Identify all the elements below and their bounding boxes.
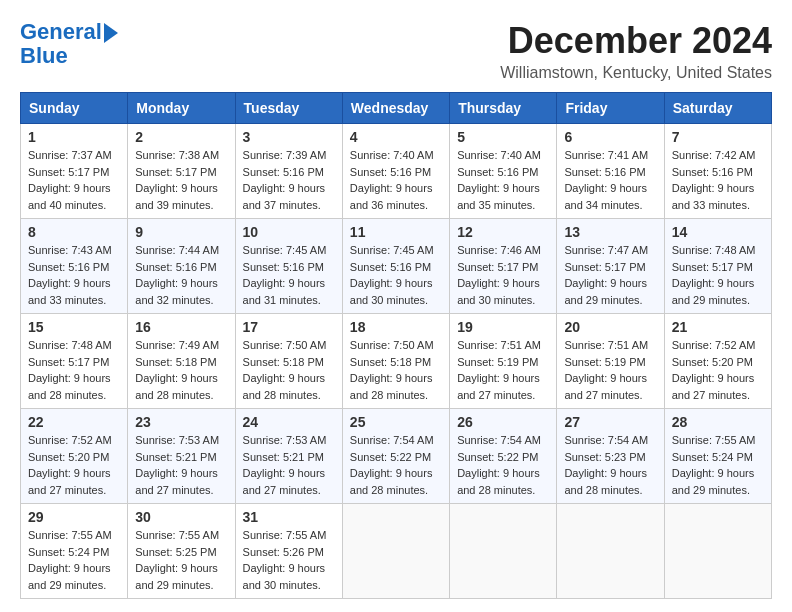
day-info: Sunrise: 7:48 AMSunset: 5:17 PMDaylight:…: [28, 337, 120, 403]
day-number: 2: [135, 129, 227, 145]
day-info: Sunrise: 7:54 AMSunset: 5:22 PMDaylight:…: [457, 432, 549, 498]
day-number: 19: [457, 319, 549, 335]
calendar-cell: 21Sunrise: 7:52 AMSunset: 5:20 PMDayligh…: [664, 314, 771, 409]
day-number: 3: [243, 129, 335, 145]
calendar-cell: 13Sunrise: 7:47 AMSunset: 5:17 PMDayligh…: [557, 219, 664, 314]
day-number: 9: [135, 224, 227, 240]
day-number: 12: [457, 224, 549, 240]
day-number: 7: [672, 129, 764, 145]
day-number: 13: [564, 224, 656, 240]
calendar-week-4: 22Sunrise: 7:52 AMSunset: 5:20 PMDayligh…: [21, 409, 772, 504]
day-number: 10: [243, 224, 335, 240]
day-info: Sunrise: 7:55 AMSunset: 5:26 PMDaylight:…: [243, 527, 335, 593]
header-sunday: Sunday: [21, 93, 128, 124]
calendar-cell: 12Sunrise: 7:46 AMSunset: 5:17 PMDayligh…: [450, 219, 557, 314]
day-number: 16: [135, 319, 227, 335]
day-number: 29: [28, 509, 120, 525]
day-info: Sunrise: 7:45 AMSunset: 5:16 PMDaylight:…: [350, 242, 442, 308]
calendar-table: SundayMondayTuesdayWednesdayThursdayFrid…: [20, 92, 772, 599]
calendar-body: 1Sunrise: 7:37 AMSunset: 5:17 PMDaylight…: [21, 124, 772, 599]
day-info: Sunrise: 7:49 AMSunset: 5:18 PMDaylight:…: [135, 337, 227, 403]
calendar-cell: [342, 504, 449, 599]
day-number: 18: [350, 319, 442, 335]
calendar-cell: 16Sunrise: 7:49 AMSunset: 5:18 PMDayligh…: [128, 314, 235, 409]
day-info: Sunrise: 7:43 AMSunset: 5:16 PMDaylight:…: [28, 242, 120, 308]
calendar-cell: 30Sunrise: 7:55 AMSunset: 5:25 PMDayligh…: [128, 504, 235, 599]
day-number: 14: [672, 224, 764, 240]
day-info: Sunrise: 7:38 AMSunset: 5:17 PMDaylight:…: [135, 147, 227, 213]
day-number: 26: [457, 414, 549, 430]
calendar-cell: 11Sunrise: 7:45 AMSunset: 5:16 PMDayligh…: [342, 219, 449, 314]
logo-arrow-icon: [104, 23, 118, 43]
day-info: Sunrise: 7:40 AMSunset: 5:16 PMDaylight:…: [457, 147, 549, 213]
day-info: Sunrise: 7:50 AMSunset: 5:18 PMDaylight:…: [350, 337, 442, 403]
day-number: 27: [564, 414, 656, 430]
calendar-cell: 14Sunrise: 7:48 AMSunset: 5:17 PMDayligh…: [664, 219, 771, 314]
logo-blue: Blue: [20, 43, 68, 68]
day-info: Sunrise: 7:42 AMSunset: 5:16 PMDaylight:…: [672, 147, 764, 213]
day-number: 21: [672, 319, 764, 335]
day-info: Sunrise: 7:51 AMSunset: 5:19 PMDaylight:…: [457, 337, 549, 403]
location-title: Williamstown, Kentucky, United States: [500, 64, 772, 82]
calendar-cell: 29Sunrise: 7:55 AMSunset: 5:24 PMDayligh…: [21, 504, 128, 599]
day-info: Sunrise: 7:41 AMSunset: 5:16 PMDaylight:…: [564, 147, 656, 213]
day-number: 23: [135, 414, 227, 430]
day-number: 6: [564, 129, 656, 145]
day-info: Sunrise: 7:52 AMSunset: 5:20 PMDaylight:…: [672, 337, 764, 403]
day-number: 1: [28, 129, 120, 145]
day-info: Sunrise: 7:39 AMSunset: 5:16 PMDaylight:…: [243, 147, 335, 213]
header-saturday: Saturday: [664, 93, 771, 124]
calendar-cell: 3Sunrise: 7:39 AMSunset: 5:16 PMDaylight…: [235, 124, 342, 219]
calendar-cell: 20Sunrise: 7:51 AMSunset: 5:19 PMDayligh…: [557, 314, 664, 409]
calendar-cell: 9Sunrise: 7:44 AMSunset: 5:16 PMDaylight…: [128, 219, 235, 314]
calendar-cell: 18Sunrise: 7:50 AMSunset: 5:18 PMDayligh…: [342, 314, 449, 409]
day-info: Sunrise: 7:55 AMSunset: 5:25 PMDaylight:…: [135, 527, 227, 593]
calendar-cell: 10Sunrise: 7:45 AMSunset: 5:16 PMDayligh…: [235, 219, 342, 314]
day-number: 4: [350, 129, 442, 145]
day-info: Sunrise: 7:40 AMSunset: 5:16 PMDaylight:…: [350, 147, 442, 213]
day-info: Sunrise: 7:37 AMSunset: 5:17 PMDaylight:…: [28, 147, 120, 213]
calendar-week-3: 15Sunrise: 7:48 AMSunset: 5:17 PMDayligh…: [21, 314, 772, 409]
calendar-cell: 27Sunrise: 7:54 AMSunset: 5:23 PMDayligh…: [557, 409, 664, 504]
calendar-cell: [557, 504, 664, 599]
day-number: 5: [457, 129, 549, 145]
calendar-cell: 5Sunrise: 7:40 AMSunset: 5:16 PMDaylight…: [450, 124, 557, 219]
calendar-week-2: 8Sunrise: 7:43 AMSunset: 5:16 PMDaylight…: [21, 219, 772, 314]
day-number: 28: [672, 414, 764, 430]
calendar-cell: 22Sunrise: 7:52 AMSunset: 5:20 PMDayligh…: [21, 409, 128, 504]
page-header: General Blue December 2024 Williamstown,…: [20, 20, 772, 82]
header-monday: Monday: [128, 93, 235, 124]
header-friday: Friday: [557, 93, 664, 124]
day-number: 17: [243, 319, 335, 335]
calendar-cell: 25Sunrise: 7:54 AMSunset: 5:22 PMDayligh…: [342, 409, 449, 504]
day-info: Sunrise: 7:53 AMSunset: 5:21 PMDaylight:…: [243, 432, 335, 498]
day-number: 25: [350, 414, 442, 430]
day-number: 11: [350, 224, 442, 240]
day-info: Sunrise: 7:45 AMSunset: 5:16 PMDaylight:…: [243, 242, 335, 308]
calendar-header-row: SundayMondayTuesdayWednesdayThursdayFrid…: [21, 93, 772, 124]
calendar-cell: 31Sunrise: 7:55 AMSunset: 5:26 PMDayligh…: [235, 504, 342, 599]
day-info: Sunrise: 7:53 AMSunset: 5:21 PMDaylight:…: [135, 432, 227, 498]
day-number: 22: [28, 414, 120, 430]
day-info: Sunrise: 7:55 AMSunset: 5:24 PMDaylight:…: [28, 527, 120, 593]
calendar-cell: 24Sunrise: 7:53 AMSunset: 5:21 PMDayligh…: [235, 409, 342, 504]
day-number: 30: [135, 509, 227, 525]
day-number: 8: [28, 224, 120, 240]
calendar-cell: 19Sunrise: 7:51 AMSunset: 5:19 PMDayligh…: [450, 314, 557, 409]
header-thursday: Thursday: [450, 93, 557, 124]
calendar-cell: 17Sunrise: 7:50 AMSunset: 5:18 PMDayligh…: [235, 314, 342, 409]
day-info: Sunrise: 7:52 AMSunset: 5:20 PMDaylight:…: [28, 432, 120, 498]
calendar-cell: 23Sunrise: 7:53 AMSunset: 5:21 PMDayligh…: [128, 409, 235, 504]
header-tuesday: Tuesday: [235, 93, 342, 124]
calendar-week-5: 29Sunrise: 7:55 AMSunset: 5:24 PMDayligh…: [21, 504, 772, 599]
day-info: Sunrise: 7:47 AMSunset: 5:17 PMDaylight:…: [564, 242, 656, 308]
calendar-cell: [664, 504, 771, 599]
calendar-cell: 15Sunrise: 7:48 AMSunset: 5:17 PMDayligh…: [21, 314, 128, 409]
day-info: Sunrise: 7:54 AMSunset: 5:22 PMDaylight:…: [350, 432, 442, 498]
calendar-cell: 28Sunrise: 7:55 AMSunset: 5:24 PMDayligh…: [664, 409, 771, 504]
calendar-cell: 6Sunrise: 7:41 AMSunset: 5:16 PMDaylight…: [557, 124, 664, 219]
calendar-cell: 7Sunrise: 7:42 AMSunset: 5:16 PMDaylight…: [664, 124, 771, 219]
day-info: Sunrise: 7:55 AMSunset: 5:24 PMDaylight:…: [672, 432, 764, 498]
month-title: December 2024: [500, 20, 772, 62]
calendar-week-1: 1Sunrise: 7:37 AMSunset: 5:17 PMDaylight…: [21, 124, 772, 219]
